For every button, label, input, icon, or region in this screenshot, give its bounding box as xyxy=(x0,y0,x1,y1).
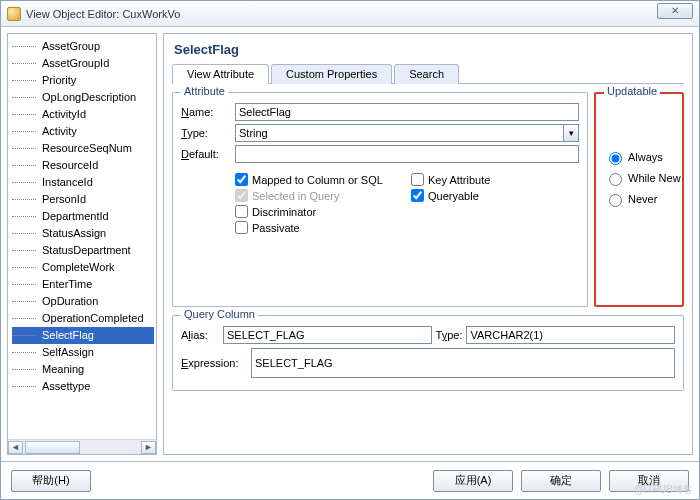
tree-item[interactable]: ActivityId xyxy=(12,106,154,123)
tree-item[interactable]: PersonId xyxy=(12,191,154,208)
chk-passivate[interactable]: Passivate xyxy=(235,221,403,234)
tree-item[interactable]: Meaning xyxy=(12,361,154,378)
close-button[interactable]: ✕ xyxy=(657,3,693,19)
chk-mapped-box[interactable] xyxy=(235,173,248,186)
chk-queryable-box[interactable] xyxy=(411,189,424,202)
tab-custom-properties[interactable]: Custom Properties xyxy=(271,64,392,84)
footer: 帮助(H) 应用(A) 确定 取消 xyxy=(1,461,699,499)
chk-mapped[interactable]: Mapped to Column or SQL xyxy=(235,173,403,186)
scroll-right-button[interactable]: ► xyxy=(141,441,156,454)
tree-item[interactable]: ResourceSeqNum xyxy=(12,140,154,157)
radio-never-label: Never xyxy=(628,193,657,205)
chk-queryable[interactable]: Queryable xyxy=(411,189,579,202)
query-column-group: Query Column Alias: Type: Expression: xyxy=(172,315,684,391)
chk-discriminator[interactable]: Discriminator xyxy=(235,205,403,218)
radio-never[interactable]: Never xyxy=(604,191,674,207)
tree-item[interactable]: SelectFlag xyxy=(12,327,154,344)
name-label: Name: xyxy=(181,106,235,118)
tree-item[interactable]: AssetGroup xyxy=(12,38,154,55)
tree-item[interactable]: Activity xyxy=(12,123,154,140)
tree-list: AssetGroupAssetGroupIdPriorityOpLongDesc… xyxy=(8,34,156,399)
radio-never-input[interactable] xyxy=(609,194,622,207)
updatable-group-title: Updatable xyxy=(604,85,660,97)
chk-disc-label: Discriminator xyxy=(252,206,316,218)
qtype-field[interactable] xyxy=(466,326,675,344)
tree-item[interactable]: ResourceId xyxy=(12,157,154,174)
attribute-group-title: Attribute xyxy=(181,85,228,97)
tree-item[interactable]: CompleteWork xyxy=(12,259,154,276)
body: AssetGroupAssetGroupIdPriorityOpLongDesc… xyxy=(1,27,699,461)
radio-always-input[interactable] xyxy=(609,152,622,165)
scroll-track[interactable] xyxy=(23,441,141,454)
tree-item[interactable]: StatusDepartment xyxy=(12,242,154,259)
radio-always-label: Always xyxy=(628,151,663,163)
tree-item[interactable]: DepartmentId xyxy=(12,208,154,225)
radio-always[interactable]: Always xyxy=(604,149,674,165)
horizontal-scrollbar[interactable]: ◄ ► xyxy=(8,439,156,454)
chk-key-box[interactable] xyxy=(411,173,424,186)
chevron-down-icon[interactable]: ▾ xyxy=(563,124,579,142)
qtype-label: Type: xyxy=(436,329,463,341)
updatable-group: Updatable Always While New Never xyxy=(594,92,684,307)
content-row: Attribute Name: Type: ▾ Default: xyxy=(172,92,684,315)
tab-view-attribute[interactable]: View Attribute xyxy=(172,64,269,84)
tree-item[interactable]: InstanceId xyxy=(12,174,154,191)
panel-heading: SelectFlag xyxy=(174,42,684,57)
name-field[interactable] xyxy=(235,103,579,121)
radio-while-new[interactable]: While New xyxy=(604,170,674,186)
chk-key-attribute[interactable]: Key Attribute xyxy=(411,173,579,186)
chk-pass-label: Passivate xyxy=(252,222,300,234)
type-label: Type: xyxy=(181,127,235,139)
tree-item[interactable]: OpDuration xyxy=(12,293,154,310)
tree-item[interactable]: AssetGroupId xyxy=(12,55,154,72)
default-field[interactable] xyxy=(235,145,579,163)
type-field[interactable] xyxy=(235,124,563,142)
tree-item[interactable]: Assettype xyxy=(12,378,154,395)
chk-siq-label: Selected in Query xyxy=(252,190,339,202)
window-title: View Object Editor: CuxWorkVo xyxy=(26,8,180,20)
titlebar: View Object Editor: CuxWorkVo ✕ xyxy=(1,1,699,27)
tree-item[interactable]: SelfAssign xyxy=(12,344,154,361)
tab-bar: View Attribute Custom Properties Search xyxy=(172,63,684,84)
chk-mapped-label: Mapped to Column or SQL xyxy=(252,174,383,186)
help-button[interactable]: 帮助(H) xyxy=(11,470,91,492)
default-label: Default: xyxy=(181,148,235,160)
radio-whilenew-label: While New xyxy=(628,172,681,184)
app-icon xyxy=(7,7,21,21)
tree-item[interactable]: StatusAssign xyxy=(12,225,154,242)
ok-button[interactable]: 确定 xyxy=(521,470,601,492)
type-combobox[interactable]: ▾ xyxy=(235,124,579,142)
chk-disc-box[interactable] xyxy=(235,205,248,218)
chk-queryable-label: Queryable xyxy=(428,190,479,202)
tab-search[interactable]: Search xyxy=(394,64,459,84)
query-column-title: Query Column xyxy=(181,308,258,320)
expression-label: Expression: xyxy=(181,357,247,369)
tree-item[interactable]: Priority xyxy=(12,72,154,89)
scroll-thumb[interactable] xyxy=(25,441,80,454)
alias-field[interactable] xyxy=(223,326,432,344)
expression-field[interactable] xyxy=(251,348,675,378)
tree-item[interactable]: OpLongDescription xyxy=(12,89,154,106)
watermark: @ITPUB博客 xyxy=(633,483,693,497)
chk-selected-in-query: Selected in Query xyxy=(235,189,403,202)
checkbox-area: Mapped to Column or SQL Key Attribute Se… xyxy=(235,173,579,234)
tree-panel: AssetGroupAssetGroupIdPriorityOpLongDesc… xyxy=(7,33,157,455)
updatable-radios: Always While New Never xyxy=(604,149,674,207)
scroll-left-button[interactable]: ◄ xyxy=(8,441,23,454)
attribute-group: Attribute Name: Type: ▾ Default: xyxy=(172,92,588,307)
apply-button[interactable]: 应用(A) xyxy=(433,470,513,492)
chk-siq-box xyxy=(235,189,248,202)
window: View Object Editor: CuxWorkVo ✕ AssetGro… xyxy=(0,0,700,500)
tree-item[interactable]: OperationCompleted xyxy=(12,310,154,327)
tree-item[interactable]: EnterTime xyxy=(12,276,154,293)
chk-key-label: Key Attribute xyxy=(428,174,490,186)
alias-label: Alias: xyxy=(181,329,219,341)
radio-whilenew-input[interactable] xyxy=(609,173,622,186)
detail-panel: SelectFlag View Attribute Custom Propert… xyxy=(163,33,693,455)
chk-pass-box[interactable] xyxy=(235,221,248,234)
